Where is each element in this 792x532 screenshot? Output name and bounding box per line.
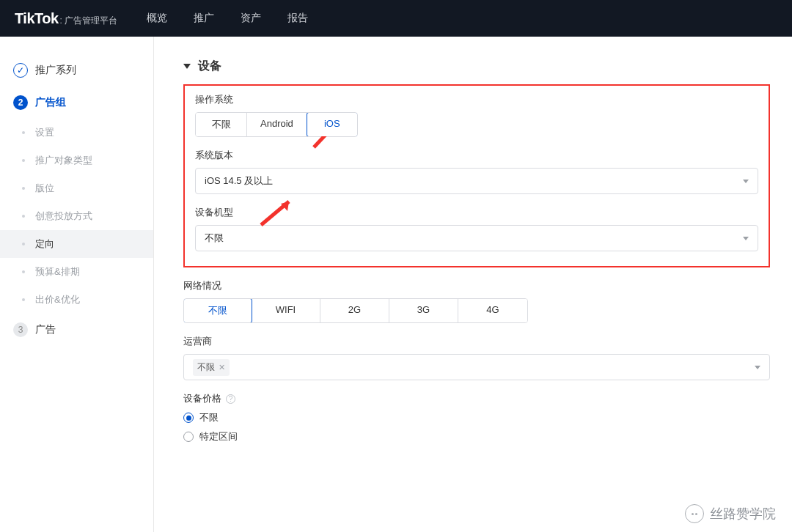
annotation-highlight-box: 操作系统 不限 Android iOS 系统版本 iOS 14.5 及以上 — [183, 84, 770, 267]
sidebar-sub-budget[interactable]: 预算&排期 — [0, 258, 153, 286]
price-option-any[interactable]: 不限 — [183, 411, 770, 424]
field-os: 操作系统 不限 Android iOS — [195, 93, 758, 137]
step-number-icon: 2 — [13, 95, 28, 110]
field-network: 网络情况 不限 WIFI 2G 3G 4G — [183, 279, 770, 323]
sidebar-sub-settings[interactable]: 设置 — [0, 119, 153, 147]
step-label: 广告组 — [35, 96, 66, 109]
tag-remove-icon[interactable]: ✕ — [219, 363, 225, 372]
top-navigation: TikTok : 广告管理平台 概览 推广 资产 报告 — [0, 0, 792, 37]
network-option-2g[interactable]: 2G — [320, 299, 389, 322]
chevron-down-icon — [743, 237, 749, 240]
version-value: iOS 14.5 及以上 — [205, 174, 273, 188]
os-segmented: 不限 Android iOS — [195, 112, 358, 137]
network-option-4g[interactable]: 4G — [458, 299, 527, 322]
radio-label: 特定区间 — [199, 430, 238, 443]
radio-icon — [183, 413, 194, 423]
field-label-price: 设备价格 ? — [183, 392, 770, 405]
sidebar-step-adgroup[interactable]: 2 广告组 — [0, 86, 153, 119]
topnav-overview[interactable]: 概览 — [147, 12, 167, 25]
sidebar-sub-targeting[interactable]: 定向 — [0, 230, 153, 258]
sidebar: ✓ 推广系列 2 广告组 设置 推广对象类型 版位 创意投放方式 定向 预算&排… — [0, 37, 154, 532]
os-option-ios[interactable]: iOS — [307, 112, 358, 137]
chevron-down-icon — [743, 180, 749, 183]
field-label-carrier: 运营商 — [183, 335, 770, 348]
model-value: 不限 — [205, 232, 224, 245]
field-carrier: 运营商 不限 ✕ — [183, 335, 770, 380]
brand-subtitle: : 广告管理平台 — [60, 15, 118, 27]
wechat-icon — [685, 504, 704, 523]
chevron-down-icon — [755, 366, 760, 369]
sidebar-sub-bid[interactable]: 出价&优化 — [0, 286, 153, 314]
step-number-icon: 3 — [13, 322, 28, 337]
watermark-text: 丝路赞学院 — [710, 505, 776, 522]
sidebar-step-campaign[interactable]: ✓ 推广系列 — [0, 54, 153, 86]
topnav: 概览 推广 资产 报告 — [147, 12, 308, 25]
caret-down-icon — [183, 64, 191, 69]
section-title: 设备 — [198, 59, 221, 74]
section-header[interactable]: 设备 — [183, 59, 770, 74]
step-label: 广告 — [35, 323, 56, 336]
check-icon: ✓ — [13, 63, 28, 78]
version-select[interactable]: iOS 14.5 及以上 — [195, 168, 758, 194]
model-select[interactable]: 不限 — [195, 225, 758, 251]
sidebar-step-ad[interactable]: 3 广告 — [0, 314, 153, 346]
sidebar-sub-placement[interactable]: 版位 — [0, 174, 153, 202]
sidebar-sub-objecttype[interactable]: 推广对象类型 — [0, 147, 153, 174]
radio-label: 不限 — [199, 411, 219, 424]
sidebar-sub-creative[interactable]: 创意投放方式 — [0, 202, 153, 230]
step-label: 推广系列 — [35, 64, 76, 77]
topnav-reports[interactable]: 报告 — [287, 12, 308, 25]
carrier-tag-label: 不限 — [197, 361, 215, 374]
watermark: 丝路赞学院 — [685, 504, 776, 523]
carrier-tag: 不限 ✕ — [193, 359, 230, 376]
field-version: 系统版本 iOS 14.5 及以上 — [195, 149, 758, 194]
os-option-any[interactable]: 不限 — [196, 113, 247, 136]
radio-icon — [183, 432, 194, 442]
network-segmented: 不限 WIFI 2G 3G 4G — [183, 298, 528, 323]
info-icon[interactable]: ? — [226, 394, 235, 404]
field-label-model: 设备机型 — [195, 206, 758, 219]
brand-logo: TikTok — [15, 10, 59, 27]
os-option-android[interactable]: Android — [247, 113, 307, 136]
field-label-version: 系统版本 — [195, 149, 758, 162]
brand: TikTok : 广告管理平台 — [15, 10, 117, 27]
topnav-promote[interactable]: 推广 — [194, 12, 214, 25]
network-option-wifi[interactable]: WIFI — [252, 299, 320, 322]
content-area: 设备 操作系统 不限 Android iOS 系统版本 iOS 14.5 及以上 — [154, 37, 792, 532]
field-price: 设备价格 ? 不限 特定区间 — [183, 392, 770, 443]
network-option-3g[interactable]: 3G — [389, 299, 458, 322]
topnav-assets[interactable]: 资产 — [241, 12, 261, 25]
field-label-os: 操作系统 — [195, 93, 758, 106]
network-option-any[interactable]: 不限 — [183, 298, 252, 323]
field-label-network: 网络情况 — [183, 279, 770, 292]
field-model: 设备机型 不限 — [195, 206, 758, 251]
carrier-select[interactable]: 不限 ✕ — [183, 354, 770, 380]
price-option-range[interactable]: 特定区间 — [183, 430, 770, 443]
